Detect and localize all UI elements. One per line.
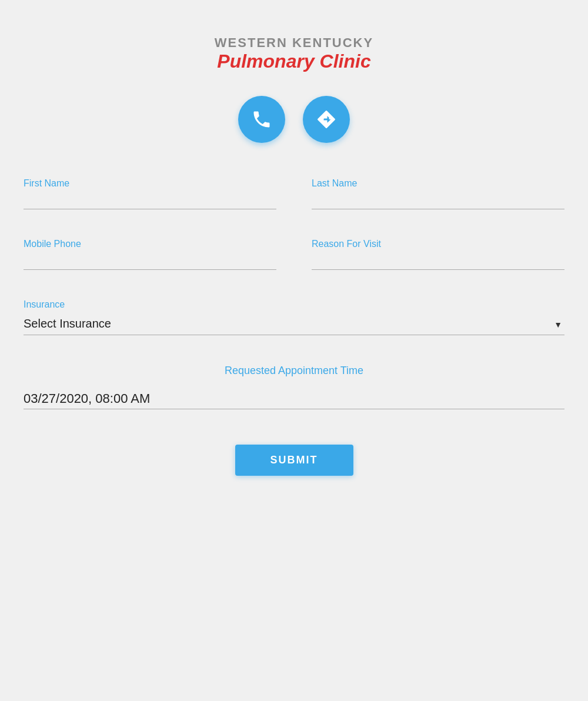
appointment-form: First Name Last Name Mobile Phone Reason…	[24, 178, 564, 476]
reason-for-visit-label: Reason For Visit	[312, 239, 564, 249]
svg-rect-3	[326, 122, 328, 126]
phone-reason-row: Mobile Phone Reason For Visit	[24, 239, 564, 270]
first-name-input[interactable]	[24, 193, 276, 209]
clinic-name-bottom: Pulmonary Clinic	[215, 51, 373, 72]
icon-buttons-group	[238, 96, 350, 143]
reason-for-visit-input[interactable]	[312, 254, 564, 270]
appointment-time-label: Requested Appointment Time	[24, 365, 564, 377]
submit-button[interactable]: SUBMIT	[235, 445, 353, 476]
first-name-label: First Name	[24, 178, 276, 189]
mobile-phone-input[interactable]	[24, 254, 276, 270]
appointment-section: Requested Appointment Time	[24, 365, 564, 409]
insurance-select[interactable]: Select Insurance Medicare Medicaid Blue …	[24, 315, 564, 332]
first-name-field: First Name	[24, 178, 276, 209]
mobile-phone-field: Mobile Phone	[24, 239, 276, 270]
last-name-input[interactable]	[312, 193, 564, 209]
insurance-select-wrapper: Select Insurance Medicare Medicaid Blue …	[24, 315, 564, 335]
svg-rect-0	[320, 118, 324, 119]
insurance-label: Insurance	[24, 299, 564, 310]
insurance-section: Insurance Select Insurance Medicare Medi…	[24, 299, 564, 335]
svg-rect-1	[329, 118, 333, 119]
last-name-field: Last Name	[312, 178, 564, 209]
page-container: WESTERN KENTUCKY Pulmonary Clinic First …	[0, 0, 588, 701]
last-name-label: Last Name	[312, 178, 564, 189]
phone-icon	[251, 109, 272, 130]
reason-for-visit-field: Reason For Visit	[312, 239, 564, 270]
name-row: First Name Last Name	[24, 178, 564, 209]
phone-button[interactable]	[238, 96, 285, 143]
svg-rect-2	[326, 114, 328, 117]
directions-icon	[316, 109, 337, 130]
directions-button[interactable]	[303, 96, 350, 143]
appointment-time-input[interactable]	[24, 389, 564, 409]
clinic-name-top: WESTERN KENTUCKY	[215, 35, 373, 51]
mobile-phone-label: Mobile Phone	[24, 239, 276, 249]
clinic-header: WESTERN KENTUCKY Pulmonary Clinic	[215, 35, 373, 72]
submit-row: SUBMIT	[24, 439, 564, 476]
